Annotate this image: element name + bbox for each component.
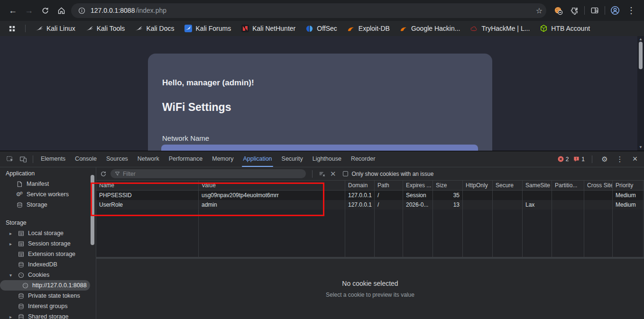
extensions-puzzle-icon[interactable] — [566, 2, 582, 18]
sidebar-item-cookies[interactable]: ▾ Cookies — [0, 270, 96, 280]
chevron-right-icon[interactable]: ▸ — [8, 231, 14, 236]
home-icon[interactable] — [53, 2, 69, 18]
cookie-row-phpsessid[interactable]: PHPSESSID usg09npav209tp4euolmot6mrr 127… — [96, 191, 644, 200]
delete-cookies-icon[interactable]: ✕ — [329, 170, 337, 178]
col-expires[interactable]: Expires ... — [403, 181, 433, 190]
forward-icon[interactable]: → — [21, 2, 37, 18]
sidebar-item-storage[interactable]: Storage — [0, 200, 96, 210]
col-httponly[interactable]: HttpOnly — [463, 181, 493, 190]
sidebar-item-shared-storage[interactable]: ▸ Shared storage — [0, 311, 96, 319]
tryhackme-cloud-icon — [470, 25, 478, 33]
tab-console[interactable]: Console — [71, 151, 101, 167]
sidebar-scrollbar[interactable] — [91, 169, 95, 319]
bookmark-kali-docs[interactable]: Kali Docs — [132, 25, 176, 33]
apps-grid-icon[interactable] — [6, 22, 18, 35]
scrollbar-thumb[interactable] — [639, 42, 643, 69]
bookmark-kali-tools[interactable]: Kali Tools — [83, 25, 128, 33]
col-priority[interactable]: Priority — [613, 181, 644, 190]
tab-security[interactable]: Security — [277, 151, 307, 167]
sidebar-section-application: Application — [0, 167, 96, 179]
cookie-table-header: Name Value Domain Path Expires ... Size … — [96, 181, 644, 191]
bookmark-kali-linux[interactable]: Kali Linux — [33, 25, 78, 33]
only-issue-checkbox[interactable] — [343, 171, 348, 176]
tab-sources[interactable]: Sources — [102, 151, 132, 167]
device-toolbar-icon[interactable] — [17, 153, 29, 165]
offsec-icon — [305, 25, 313, 33]
bookmark-label: OffSec — [317, 25, 337, 32]
tab-memory[interactable]: Memory — [208, 151, 238, 167]
devtools-menu-kebab-icon[interactable]: ⋮ — [615, 155, 625, 164]
sidebar-item-service-workers[interactable]: ⚙⚙ Service workers — [0, 189, 96, 200]
col-crosssite[interactable]: Cross Site — [584, 181, 613, 190]
kali-dragon-icon — [85, 25, 93, 33]
cookie-table-empty-area — [96, 210, 644, 257]
cookie-editor-extension-icon[interactable] — [550, 2, 566, 18]
col-size[interactable]: Size — [433, 181, 463, 190]
scroll-down-icon[interactable]: ▼ — [637, 144, 644, 151]
address-bar[interactable]: 127.0.0.1:8088 /index.php ☆ — [71, 3, 546, 18]
col-partition[interactable]: Partitio... — [552, 181, 584, 190]
tabbar-separator — [592, 155, 592, 163]
sidebar-item-cookie-origin[interactable]: http://127.0.0.1:8088 — [0, 280, 90, 291]
tab-application[interactable]: Application — [239, 151, 276, 167]
gears-icon: ⚙⚙ — [16, 191, 23, 198]
site-info-icon[interactable] — [77, 6, 86, 15]
database-icon — [18, 262, 24, 268]
tab-network[interactable]: Network — [133, 151, 164, 167]
url-host: 127.0.0.1:8088 — [91, 7, 135, 14]
issues-badge[interactable]: 1 — [573, 156, 585, 163]
col-domain[interactable]: Domain — [345, 181, 375, 190]
bookmark-label: Google Hackin... — [411, 25, 460, 32]
bookmark-star-icon[interactable]: ☆ — [536, 6, 543, 15]
sidebar-scrollbar-thumb[interactable] — [91, 175, 94, 245]
sidebar-item-private-state-tokens[interactable]: Private state tokens — [0, 291, 96, 301]
network-name-label: Network Name — [162, 134, 209, 142]
network-name-input[interactable] — [161, 145, 478, 151]
sidebar-item-session-storage[interactable]: ▸ Session storage — [0, 238, 96, 249]
sidebar-item-manifest[interactable]: Manifest — [0, 179, 96, 189]
sidebar-item-extension-storage[interactable]: Extension storage — [0, 249, 96, 259]
tab-performance[interactable]: Performance — [165, 151, 207, 167]
chevron-down-icon[interactable]: ▾ — [8, 273, 14, 278]
col-path[interactable]: Path — [375, 181, 403, 190]
clear-filter-icon[interactable] — [319, 171, 325, 177]
sidebar-item-indexeddb[interactable]: IndexedDB — [0, 259, 96, 270]
bookmark-kali-forums[interactable]: Kali Forums — [182, 25, 234, 33]
filter-input[interactable] — [123, 171, 302, 177]
preview-title: No cookie selected — [342, 280, 398, 287]
browser-menu-kebab-icon[interactable]: ⋮ — [623, 2, 639, 18]
bookmark-kali-nethunter[interactable]: Kali NetHunter — [239, 25, 298, 33]
back-icon[interactable]: ← — [5, 2, 21, 18]
bookmark-offsec[interactable]: OffSec — [303, 25, 340, 33]
chevron-right-icon[interactable]: ▸ — [8, 241, 14, 246]
reload-icon[interactable] — [37, 2, 53, 18]
bookmark-tryhackme[interactable]: TryHackMe | L... — [468, 25, 532, 33]
cookie-filter-field[interactable] — [110, 169, 306, 178]
bookmark-label: HTB Account — [551, 25, 590, 32]
sidebar-item-interest-groups[interactable]: Interest groups — [0, 301, 96, 311]
bookmarks-bar: Kali Linux Kali Tools Kali Docs Kali For… — [0, 21, 644, 36]
toolbar-separator — [584, 6, 585, 15]
tab-lighthouse[interactable]: Lighthouse — [308, 151, 346, 167]
kali-nethunter-icon — [241, 25, 249, 33]
bookmark-exploit-db[interactable]: Exploit-DB — [345, 25, 392, 33]
tab-recorder[interactable]: Recorder — [347, 151, 379, 167]
col-secure[interactable]: Secure — [493, 181, 523, 190]
refresh-icon[interactable] — [100, 171, 107, 177]
devtools-settings-gear-icon[interactable]: ⚙ — [599, 155, 610, 164]
devtools-close-icon[interactable]: × — [630, 154, 640, 164]
page-scrollbar[interactable]: ▲ ▼ — [637, 36, 644, 151]
tab-elements[interactable]: Elements — [37, 151, 70, 167]
chevron-right-icon[interactable]: ▸ — [8, 314, 14, 319]
bookmark-htb-account[interactable]: HTB Account — [537, 25, 592, 33]
bookmark-google-hacking-db[interactable]: Google Hackin... — [397, 25, 463, 33]
col-name[interactable]: Name — [96, 181, 199, 190]
console-errors-badge[interactable]: 2 — [558, 156, 569, 163]
sidebar-item-local-storage[interactable]: ▸ Local storage — [0, 228, 96, 238]
col-samesite[interactable]: SameSite — [523, 181, 552, 190]
side-panel-search-icon[interactable] — [587, 2, 603, 18]
col-value[interactable]: Value — [199, 181, 345, 190]
cookie-row-userrole[interactable]: UserRole admin 127.0.0.1 / 2026-0... 13 … — [96, 200, 644, 210]
inspect-element-icon[interactable] — [4, 153, 16, 165]
profile-avatar-icon[interactable] — [607, 2, 623, 18]
